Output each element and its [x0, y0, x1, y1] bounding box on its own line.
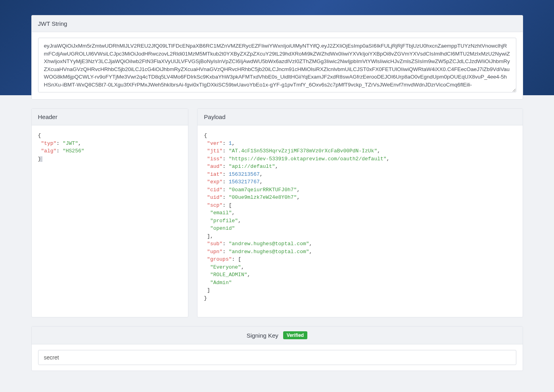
- payload-card-body: { "ver": 1, "jti": "AT.4cF1Sn53SHqrvZzji…: [197, 125, 522, 308]
- jwt-string-card-body: [32, 32, 523, 99]
- signing-key-input[interactable]: [38, 350, 516, 365]
- payload-card: Payload { "ver": 1, "jti": "AT.4cF1Sn53S…: [197, 108, 523, 317]
- header-card: Header { "typ": "JWT", "alg": "HS256" }: [31, 108, 189, 317]
- header-card-header: Header: [32, 109, 188, 125]
- signing-key-card-body: [32, 344, 523, 371]
- decoded-row: Header { "typ": "JWT", "alg": "HS256" } …: [31, 108, 523, 317]
- header-card-body: { "typ": "JWT", "alg": "HS256" }: [32, 125, 188, 169]
- signing-key-card: Signing Key Verified: [31, 326, 523, 371]
- jwt-string-title: JWT String: [38, 20, 67, 27]
- payload-json-block: { "ver": 1, "jti": "AT.4cF1Sn53SHqrvZzji…: [204, 131, 516, 303]
- jwt-string-card-header: JWT String: [32, 15, 523, 32]
- signing-key-card-header: Signing Key Verified: [32, 327, 523, 344]
- header-json-block: { "typ": "JWT", "alg": "HS256" }: [38, 131, 182, 163]
- payload-card-header: Payload: [197, 109, 522, 125]
- signing-key-title: Signing Key: [247, 332, 278, 339]
- jwt-string-textarea[interactable]: [38, 38, 516, 92]
- payload-title: Payload: [204, 113, 225, 120]
- jwt-string-card: JWT String: [31, 15, 523, 100]
- verified-badge: Verified: [283, 331, 307, 339]
- header-title: Header: [38, 113, 58, 120]
- main-container: JWT String Header { "typ": "JWT", "alg":…: [19, 0, 535, 392]
- payload-column: Payload { "ver": 1, "jti": "AT.4cF1Sn53S…: [197, 108, 523, 317]
- header-column: Header { "typ": "JWT", "alg": "HS256" }: [31, 108, 189, 317]
